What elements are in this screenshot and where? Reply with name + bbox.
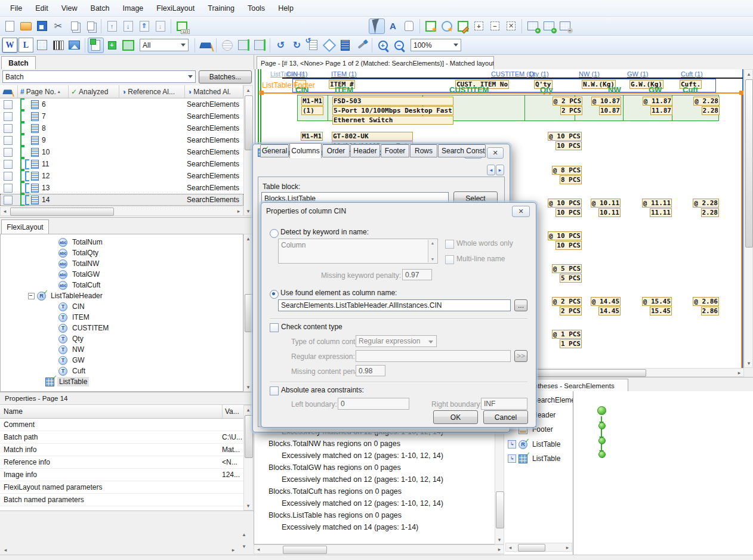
hypothesis-item[interactable]: ↳ ListTable: [508, 454, 562, 463]
scroll-up-icon[interactable]: ▴: [244, 406, 252, 414]
batch-page-row[interactable]: 10 SearchElements: [0, 146, 243, 158]
matched-column-label[interactable]: CIN (1): [286, 70, 307, 78]
tree-item[interactable]: TotalGW: [1, 269, 243, 280]
scroll-up-icon[interactable]: ▴: [745, 70, 753, 78]
close-button[interactable]: ✕: [487, 147, 504, 159]
copy-button[interactable]: [66, 18, 82, 34]
area-constraints-checkbox[interactable]: [270, 386, 279, 395]
row-checkbox[interactable]: [4, 172, 13, 181]
dialog-titlebar[interactable]: Properties of column CIN: [261, 203, 536, 219]
boundary-handle[interactable]: [739, 91, 743, 95]
cancel-button[interactable]: Cancel: [483, 410, 528, 424]
new-page-button[interactable]: [2, 18, 18, 34]
whole-words-checkbox[interactable]: [445, 240, 454, 249]
scroll-right-icon[interactable]: ▸: [234, 207, 243, 215]
scroll-right-icon[interactable]: ▸: [229, 546, 237, 554]
use-element-radio[interactable]: [270, 290, 279, 299]
paste-button[interactable]: [82, 18, 98, 34]
scroll-left-icon[interactable]: ◂: [506, 543, 514, 552]
zoom-out-button[interactable]: −: [391, 38, 407, 53]
delete-table-cells-button[interactable]: [557, 18, 573, 34]
properties-value-column[interactable]: Va...: [222, 405, 239, 418]
scrollbar-thumb[interactable]: [518, 544, 545, 552]
collapse-icon[interactable]: [28, 293, 35, 299]
batches-button[interactable]: Batches...: [199, 70, 252, 83]
property-row[interactable]: Batch path C:\U...: [0, 431, 243, 444]
batch-list-hscrollbar[interactable]: ◂ ▸: [0, 206, 243, 216]
log-line[interactable]: Blocks.ListTable has regions on 0 pages: [254, 509, 504, 521]
show-all-regions-button[interactable]: [120, 38, 136, 53]
scroll-up-icon[interactable]: ▴: [244, 234, 252, 243]
log-line[interactable]: Excessively matched on 12 (pages: 1-10, …: [254, 450, 504, 462]
batch-page-row[interactable]: 13 SearchElements: [0, 182, 243, 194]
matched-column-label[interactable]: Qty (1): [529, 70, 549, 78]
scroll-down-icon[interactable]: ▾: [495, 536, 504, 544]
delete-region-button[interactable]: ✕: [503, 18, 519, 34]
scroll-left-icon[interactable]: ◂: [1, 207, 9, 215]
tree-item[interactable]: Cuft: [1, 366, 243, 376]
document-view-button[interactable]: [337, 38, 353, 53]
show-words-button[interactable]: W: [2, 38, 18, 53]
property-row[interactable]: FlexiLayout named parameters: [0, 481, 243, 494]
tab-rows[interactable]: Rows: [410, 144, 437, 157]
log-line[interactable]: Excessively matched on 14 (pages: 1-14): [254, 521, 504, 533]
property-row[interactable]: Batch named parameters: [0, 494, 243, 506]
property-row[interactable]: Match info Mat...: [0, 444, 243, 456]
spin-up-icon[interactable]: ▲: [431, 241, 435, 245]
row-checkbox[interactable]: [4, 112, 13, 121]
matched-column-label[interactable]: CUSTITEM (1): [491, 70, 535, 78]
listtable-footer-label[interactable]: ListTable:Footer: [262, 81, 315, 89]
column-header-matched[interactable]: ◑Matched Al.: [185, 85, 243, 98]
hypothesis-node[interactable]: [598, 437, 606, 444]
menu-item[interactable]: View: [55, 2, 84, 15]
row-checkbox[interactable]: [4, 184, 13, 193]
menu-item[interactable]: Help: [271, 2, 300, 15]
document-table-row[interactable]: M1-M1(1) FSD-5035-Port 10/100Mbps Deskto…: [297, 95, 719, 121]
listtable-top-boundary[interactable]: [262, 92, 743, 94]
add-table-row-button[interactable]: [541, 18, 557, 34]
jump-to-icon[interactable]: ↳: [508, 440, 516, 448]
add-element-region-button[interactable]: +: [104, 38, 120, 53]
tab-columns[interactable]: Columns: [289, 143, 322, 158]
scroll-right-icon[interactable]: ▸: [563, 543, 572, 552]
spinner-icons[interactable]: ▲▼: [428, 240, 437, 262]
scroll-right-icon[interactable]: ▸: [735, 369, 743, 377]
log-line[interactable]: Excessively matched on 12 (pages: 1-10, …: [254, 497, 504, 509]
detect-keyword-radio[interactable]: [270, 229, 279, 238]
hypotheses-graph[interactable]: [573, 391, 753, 555]
scroll-up-icon[interactable]: ▴: [240, 530, 248, 539]
batch-list-vscrollbar[interactable]: ▴ ▾: [243, 85, 253, 216]
menu-item[interactable]: File: [4, 2, 29, 15]
scrollbar-thumb[interactable]: [283, 546, 327, 554]
row-checkbox[interactable]: [4, 160, 13, 169]
tree-item[interactable]: TotalQty: [1, 247, 243, 258]
matched-column-label[interactable]: ITEM (1): [331, 70, 357, 78]
browse-button[interactable]: ...: [514, 299, 527, 311]
pan-tool-button[interactable]: [401, 18, 417, 34]
tree-item[interactable]: TotalCuft: [1, 280, 243, 290]
tab-document-page[interactable]: Page - [# 13, <None> Page 1 of 2 (Matche…: [257, 56, 494, 69]
add-region-button[interactable]: +: [471, 18, 487, 34]
scroll-up-icon[interactable]: ▴: [244, 86, 252, 94]
spin-down-icon[interactable]: ▼: [431, 257, 435, 261]
column-header-reference[interactable]: ◑Reference Al...: [119, 85, 185, 98]
document-vscrollbar[interactable]: ▴ ▾: [744, 69, 753, 368]
menu-item[interactable]: Training: [201, 2, 241, 15]
log-line[interactable]: Blocks.TotalGW has regions on 0 pages: [254, 462, 504, 474]
align-width-button[interactable]: [251, 38, 267, 53]
tree-item[interactable]: NW: [1, 344, 243, 355]
batch-page-row[interactable]: 6 SearchElements: [0, 98, 243, 110]
menu-item[interactable]: FlexiLayout: [150, 2, 201, 15]
scrollbar-thumb[interactable]: [245, 95, 253, 150]
tab-order[interactable]: Order: [322, 144, 350, 157]
add-table-column-button[interactable]: [524, 18, 541, 34]
left-boundary-input[interactable]: 0: [338, 398, 409, 410]
content-penalty-input[interactable]: 0.98: [356, 365, 385, 376]
multiline-checkbox[interactable]: [445, 255, 454, 264]
matched-column-label[interactable]: Cuft (1): [681, 70, 703, 78]
right-boundary-input[interactable]: INF: [481, 398, 527, 410]
tree-item[interactable]: CIN: [1, 301, 243, 312]
transform-button[interactable]: [321, 38, 337, 53]
content-type-dropdown[interactable]: Regular expression: [356, 335, 437, 347]
row-checkbox[interactable]: [4, 136, 13, 145]
